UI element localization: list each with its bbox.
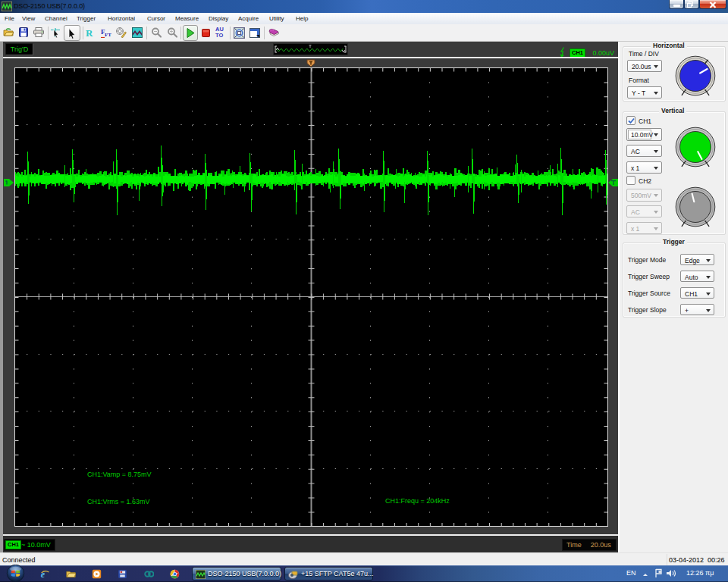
svg-text:FT: FT	[105, 32, 111, 38]
svg-text:CH1:Vrms = 1.63mV: CH1:Vrms = 1.63mV	[87, 498, 149, 505]
svg-text:e: e	[41, 569, 46, 579]
svg-text:CH1:Vamp = 8.75mV: CH1:Vamp = 8.75mV	[87, 471, 152, 478]
svg-text:CH1:Frequ = 204kHz: CH1:Frequ = 204kHz	[385, 497, 450, 505]
